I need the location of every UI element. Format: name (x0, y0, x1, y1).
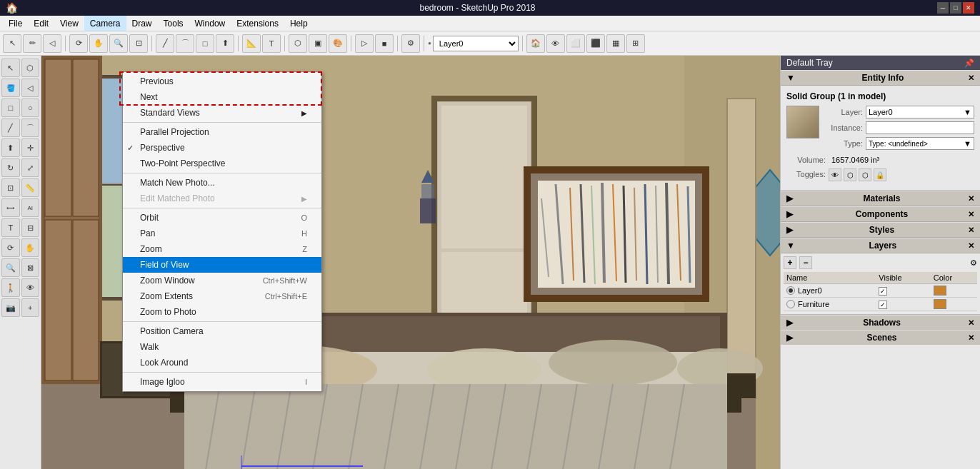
menu-file[interactable]: File (3, 16, 28, 31)
add-layer-button[interactable]: + (784, 256, 796, 269)
menu-tools[interactable]: Tools (158, 16, 189, 31)
zoom-extent-tool[interactable]: ⊠ (21, 258, 40, 277)
text-tool[interactable]: T (1, 218, 20, 237)
select-tool-button[interactable]: ↖ (3, 34, 21, 53)
zoom-button[interactable]: 🔍 (109, 34, 128, 53)
pan-tool[interactable]: ✋ (21, 238, 40, 257)
toggle-receive-shadows[interactable]: ⬡ (859, 168, 871, 181)
view5-btn[interactable]: ⊞ (626, 34, 645, 53)
scenes-close[interactable]: ✕ (968, 333, 974, 343)
select-tool[interactable]: ↖ (1, 59, 20, 77)
menu-look-around[interactable]: Look Around (123, 355, 321, 370)
viewport[interactable]: Previous Next Standard Views ▶ Parallel … (41, 56, 780, 469)
layers-section-header[interactable]: ▼ Layers ✕ (781, 238, 980, 253)
furniture-visible-checkbox[interactable] (879, 301, 887, 309)
furniture-radio[interactable] (786, 300, 795, 308)
menu-zoom-extents[interactable]: Zoom Extents Ctrl+Shift+E (123, 288, 321, 304)
settings-btn[interactable]: ⚙ (401, 34, 420, 53)
view4-btn[interactable]: ▦ (606, 34, 625, 53)
line-tool-button[interactable]: ╱ (156, 34, 174, 53)
rect-tool[interactable]: □ (1, 99, 20, 117)
menu-walk[interactable]: Walk (123, 339, 321, 355)
menu-pan[interactable]: Pan H (123, 226, 321, 241)
offset-tool[interactable]: ⊡ (1, 178, 20, 197)
zoom-extents-button[interactable]: ⊡ (129, 34, 148, 53)
materials-close[interactable]: ✕ (968, 194, 974, 203)
layer0-visible-checkbox[interactable] (879, 287, 887, 296)
entity-info-header[interactable]: ▼ Entity Info ✕ (781, 70, 980, 86)
menu-field-of-view[interactable]: Field of View (123, 257, 321, 273)
move-tool[interactable]: ✛ (21, 138, 40, 157)
zoom-tool[interactable]: 🔍 (1, 258, 20, 277)
components-section-header[interactable]: ▶ Components ✕ (781, 206, 980, 222)
entity-info-close[interactable]: ✕ (968, 74, 974, 83)
menu-two-point-perspective[interactable]: Two-Point Perspective (123, 156, 321, 171)
toggle-cast-shadows[interactable]: ⬡ (844, 168, 856, 181)
group-button[interactable]: ▣ (309, 34, 327, 53)
orbit-tool[interactable]: ⟳ (1, 238, 20, 257)
eraser-tool[interactable]: ◁ (21, 79, 40, 97)
position-tool[interactable]: 📷 (1, 298, 20, 317)
layer-field-value[interactable]: Layer0 ▼ (866, 106, 974, 118)
arc-tool-button[interactable]: ⌒ (176, 34, 194, 53)
components-close[interactable]: ✕ (968, 210, 974, 219)
menu-orbit[interactable]: Orbit O (123, 210, 321, 226)
orbit-button[interactable]: ⟳ (69, 34, 88, 53)
menu-draw[interactable]: Draw (126, 16, 158, 31)
eraser-tool-button[interactable]: ◁ (43, 34, 61, 53)
menu-zoom-to-photo[interactable]: Zoom to Photo (123, 304, 321, 320)
measure-button[interactable]: 📐 (242, 34, 261, 53)
maximize-button[interactable]: □ (950, 2, 961, 14)
layer0-color-swatch[interactable] (934, 286, 946, 296)
instance-field-value[interactable] (866, 121, 974, 134)
push-pull-tool[interactable]: ⬆ (1, 138, 20, 157)
menu-camera[interactable]: Camera (84, 16, 126, 31)
circle-tool[interactable]: ○ (21, 99, 40, 117)
shadows-section-header[interactable]: ▶ Shadows ✕ (781, 315, 980, 330)
menu-position-camera[interactable]: Position Camera (123, 323, 321, 339)
menu-extensions[interactable]: Extensions (231, 16, 284, 31)
scale-tool[interactable]: ⤢ (21, 158, 40, 177)
furniture-color-swatch[interactable] (934, 299, 946, 309)
menu-next[interactable]: Next (123, 89, 321, 105)
tray-pin-icon[interactable]: 📌 (964, 59, 974, 68)
menu-zoom[interactable]: Zoom Z (123, 241, 321, 257)
menu-standard-views[interactable]: Standard Views ▶ (123, 105, 321, 121)
line-tool[interactable]: ╱ (1, 118, 20, 137)
styles-close[interactable]: ✕ (968, 226, 974, 235)
stop-btn[interactable]: ■ (375, 34, 394, 53)
view3-btn[interactable]: ⬛ (586, 34, 605, 53)
shadows-close[interactable]: ✕ (968, 318, 974, 328)
layer-selector[interactable]: Layer0 Furniture (433, 36, 519, 51)
section-tool[interactable]: ⊟ (21, 218, 40, 237)
menu-previous[interactable]: Previous (123, 74, 321, 89)
look-tool[interactable]: 👁 (21, 278, 40, 297)
menu-window[interactable]: Window (189, 16, 231, 31)
walk-btn[interactable]: ▷ (355, 34, 374, 53)
minimize-button[interactable]: ─ (937, 2, 949, 14)
menu-view[interactable]: View (54, 16, 84, 31)
menu-parallel-projection[interactable]: Parallel Projection (123, 124, 321, 140)
paint-tool-button[interactable]: ✏ (23, 34, 41, 53)
pan-button[interactable]: ✋ (89, 34, 108, 53)
layer0-radio[interactable] (786, 286, 795, 295)
ai-tool[interactable]: AI (21, 198, 40, 217)
component-button[interactable]: ⬡ (289, 34, 307, 53)
layers-close[interactable]: ✕ (968, 241, 974, 251)
rotate-tool[interactable]: ↻ (1, 158, 20, 177)
styles-section-header[interactable]: ▶ Styles ✕ (781, 222, 980, 238)
material-button[interactable]: 🎨 (329, 34, 347, 53)
extra-tool[interactable]: + (21, 298, 40, 317)
layers-settings-icon[interactable]: ⚙ (970, 258, 977, 268)
toggle-visible[interactable]: 👁 (829, 168, 841, 181)
view2-btn[interactable]: ⬜ (566, 34, 585, 53)
shape-tool-button[interactable]: □ (196, 34, 214, 53)
close-button[interactable]: ✕ (963, 2, 974, 14)
text-button[interactable]: T (262, 34, 281, 53)
home-view-btn[interactable]: 🏠 (526, 34, 545, 53)
type-field-value[interactable]: Type: <undefined> ▼ (866, 137, 974, 150)
materials-section-header[interactable]: ▶ Materials ✕ (781, 191, 980, 206)
arc-tool[interactable]: ⌒ (21, 118, 40, 137)
menu-match-new-photo[interactable]: Match New Photo... (123, 175, 321, 191)
paint-bucket-tool[interactable]: 🪣 (1, 79, 20, 97)
